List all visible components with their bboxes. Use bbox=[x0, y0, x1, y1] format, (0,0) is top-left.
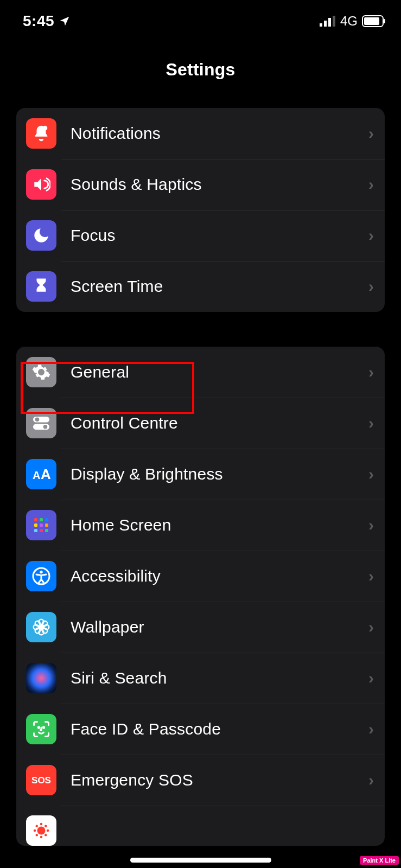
svg-point-24 bbox=[40, 571, 42, 573]
row-control-centre[interactable]: Control Centre › bbox=[16, 398, 385, 449]
chevron-right-icon: › bbox=[368, 567, 374, 585]
svg-rect-2 bbox=[328, 18, 331, 27]
svg-point-25 bbox=[39, 625, 43, 629]
row-label: Sounds & Haptics bbox=[71, 175, 368, 194]
face-id-icon bbox=[26, 714, 56, 744]
svg-point-7 bbox=[43, 126, 48, 131]
hourglass-icon bbox=[26, 271, 56, 302]
row-emergency-sos[interactable]: SOS Emergency SOS › bbox=[16, 755, 385, 806]
sos-icon: SOS bbox=[26, 765, 56, 795]
svg-point-37 bbox=[37, 827, 46, 835]
chevron-right-icon: › bbox=[368, 669, 374, 687]
bell-icon bbox=[26, 118, 56, 149]
svg-rect-0 bbox=[320, 23, 322, 27]
svg-point-9 bbox=[35, 418, 40, 422]
text-size-icon: AA bbox=[26, 459, 56, 489]
toggles-icon bbox=[26, 408, 56, 438]
row-label: Control Centre bbox=[71, 414, 368, 432]
row-accessibility[interactable]: Accessibility › bbox=[16, 551, 385, 602]
settings-group-2: General › Control Centre › AA Display & … bbox=[16, 347, 385, 846]
svg-rect-5 bbox=[364, 17, 379, 25]
accessibility-icon bbox=[26, 561, 56, 591]
content: Notifications › Sounds & Haptics › Focus… bbox=[0, 97, 401, 846]
svg-point-34 bbox=[38, 727, 39, 728]
chevron-right-icon: › bbox=[368, 618, 374, 636]
svg-point-38 bbox=[40, 823, 43, 826]
gear-icon bbox=[26, 357, 56, 387]
row-label: Wallpaper bbox=[71, 618, 368, 636]
svg-point-11 bbox=[43, 425, 48, 429]
row-label: Screen Time bbox=[71, 277, 368, 296]
row-label: General bbox=[71, 363, 368, 381]
row-label: Accessibility bbox=[71, 567, 368, 585]
row-label: Notifications bbox=[71, 124, 368, 143]
row-label: Face ID & Passcode bbox=[71, 720, 368, 738]
svg-point-43 bbox=[44, 825, 47, 828]
row-home-screen[interactable]: Home Screen › bbox=[16, 500, 385, 551]
svg-text:A: A bbox=[33, 469, 40, 481]
svg-rect-20 bbox=[34, 529, 37, 532]
network-label: 4G bbox=[340, 14, 358, 29]
svg-rect-18 bbox=[40, 524, 43, 527]
page-title: Settings bbox=[0, 60, 401, 80]
row-notifications[interactable]: Notifications › bbox=[16, 108, 385, 159]
chevron-right-icon: › bbox=[368, 516, 374, 534]
row-label: Focus bbox=[71, 226, 368, 245]
svg-rect-3 bbox=[333, 16, 335, 27]
chevron-right-icon: › bbox=[368, 414, 374, 432]
row-label: Emergency SOS bbox=[71, 771, 368, 789]
virus-icon bbox=[26, 815, 56, 846]
row-general[interactable]: General › bbox=[16, 347, 385, 398]
moon-icon bbox=[26, 220, 56, 251]
svg-rect-1 bbox=[324, 21, 327, 27]
status-right: 4G bbox=[320, 14, 386, 29]
status-left: 5:45 bbox=[23, 12, 71, 30]
row-wallpaper[interactable]: Wallpaper › bbox=[16, 602, 385, 653]
watermark: Paint X Lite bbox=[360, 856, 399, 865]
grid-icon bbox=[26, 510, 56, 540]
row-screen-time[interactable]: Screen Time › bbox=[16, 261, 385, 312]
home-indicator[interactable] bbox=[130, 858, 271, 863]
status-bar: 5:45 4G bbox=[0, 0, 401, 33]
flower-icon bbox=[26, 612, 56, 642]
svg-point-35 bbox=[43, 727, 44, 728]
svg-text:SOS: SOS bbox=[31, 775, 51, 786]
svg-point-40 bbox=[34, 829, 36, 832]
chevron-right-icon: › bbox=[368, 465, 374, 483]
svg-rect-16 bbox=[45, 518, 48, 521]
row-partial[interactable] bbox=[16, 806, 385, 846]
chevron-right-icon: › bbox=[368, 226, 374, 245]
svg-point-44 bbox=[36, 834, 39, 837]
signal-icon bbox=[320, 16, 336, 27]
svg-point-45 bbox=[44, 834, 47, 837]
svg-point-39 bbox=[40, 836, 43, 839]
row-display-brightness[interactable]: AA Display & Brightness › bbox=[16, 449, 385, 500]
row-label: Display & Brightness bbox=[71, 465, 368, 483]
svg-rect-6 bbox=[384, 19, 385, 23]
settings-group-1: Notifications › Sounds & Haptics › Focus… bbox=[16, 108, 385, 312]
svg-point-42 bbox=[36, 825, 39, 828]
page-header: Settings bbox=[0, 33, 401, 97]
row-focus[interactable]: Focus › bbox=[16, 210, 385, 261]
chevron-right-icon: › bbox=[368, 175, 374, 194]
chevron-right-icon: › bbox=[368, 277, 374, 296]
row-sounds-haptics[interactable]: Sounds & Haptics › bbox=[16, 159, 385, 210]
row-face-id-passcode[interactable]: Face ID & Passcode › bbox=[16, 704, 385, 755]
row-label: Home Screen bbox=[71, 516, 368, 534]
siri-icon bbox=[26, 663, 56, 693]
location-icon bbox=[59, 15, 71, 27]
svg-text:A: A bbox=[41, 466, 51, 482]
svg-point-41 bbox=[47, 829, 49, 832]
status-time: 5:45 bbox=[23, 12, 54, 30]
svg-rect-15 bbox=[40, 518, 43, 521]
chevron-right-icon: › bbox=[368, 771, 374, 789]
chevron-right-icon: › bbox=[368, 363, 374, 381]
row-label: Siri & Search bbox=[71, 669, 368, 687]
row-siri-search[interactable]: Siri & Search › bbox=[16, 653, 385, 704]
svg-rect-14 bbox=[34, 518, 37, 521]
speaker-icon bbox=[26, 169, 56, 200]
svg-rect-22 bbox=[45, 529, 48, 532]
battery-icon bbox=[362, 15, 386, 27]
svg-rect-21 bbox=[40, 529, 43, 532]
chevron-right-icon: › bbox=[368, 720, 374, 738]
